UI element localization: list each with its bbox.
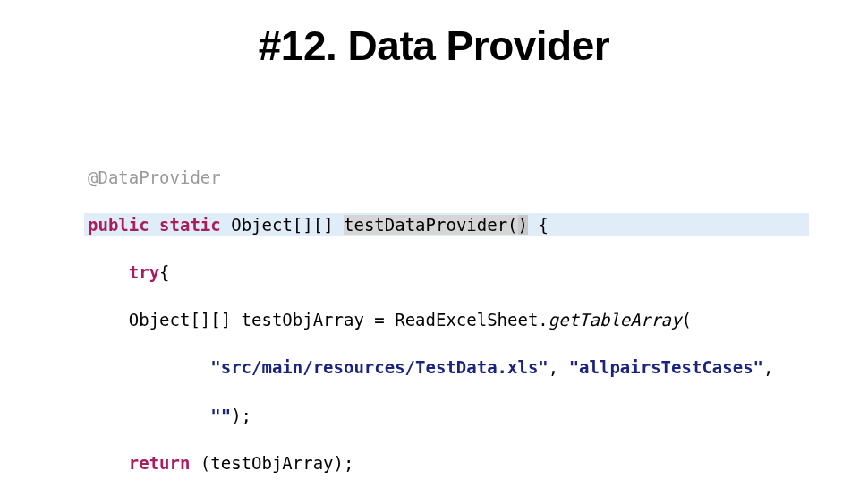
keyword-try: try	[129, 262, 159, 282]
try-brace: {	[159, 262, 169, 282]
call-open: (	[682, 310, 692, 330]
annotation: @DataProvider	[88, 167, 221, 187]
brackets: [][]	[293, 215, 334, 235]
keyword-public: public	[88, 215, 149, 235]
code-line-7: return (testObjArray);	[88, 451, 868, 475]
type-object: Object	[231, 215, 293, 235]
string-3: ""	[210, 406, 231, 425]
code-line-3: try{	[88, 261, 868, 285]
string-2: "allpairsTestCases"	[569, 357, 763, 377]
call-close: );	[231, 406, 251, 425]
code-line-6: "");	[88, 404, 868, 428]
method-name: testDataProvider(	[344, 215, 517, 235]
method-call: getTableArray	[549, 310, 682, 330]
var-assign: testObjArray = ReadExcelSheet.	[231, 310, 549, 330]
code-line-5: "src/main/resources/TestData.xls", "allp…	[88, 355, 868, 380]
comma-2: ,	[763, 357, 773, 377]
keyword-return: return	[129, 453, 191, 473]
return-expr: (testObjArray);	[190, 453, 353, 473]
code-line-1: @DataProvider	[88, 166, 868, 190]
keyword-static: static	[159, 215, 221, 235]
code-line-2: public static Object[][] testDataProvide…	[84, 213, 809, 237]
method-close-paren: )	[518, 215, 528, 235]
slide-title: #12. Data Provider	[0, 21, 868, 70]
obj-brackets: [][]	[190, 310, 231, 330]
brace-open: {	[528, 215, 549, 235]
code-line-4: Object[][] testObjArray = ReadExcelSheet…	[88, 308, 868, 332]
code-snippet: @DataProvider public static Object[][] t…	[88, 141, 868, 488]
string-1: "src/main/resources/TestData.xls"	[210, 357, 549, 377]
obj-type: Object	[129, 310, 191, 330]
comma-1: ,	[549, 357, 569, 377]
